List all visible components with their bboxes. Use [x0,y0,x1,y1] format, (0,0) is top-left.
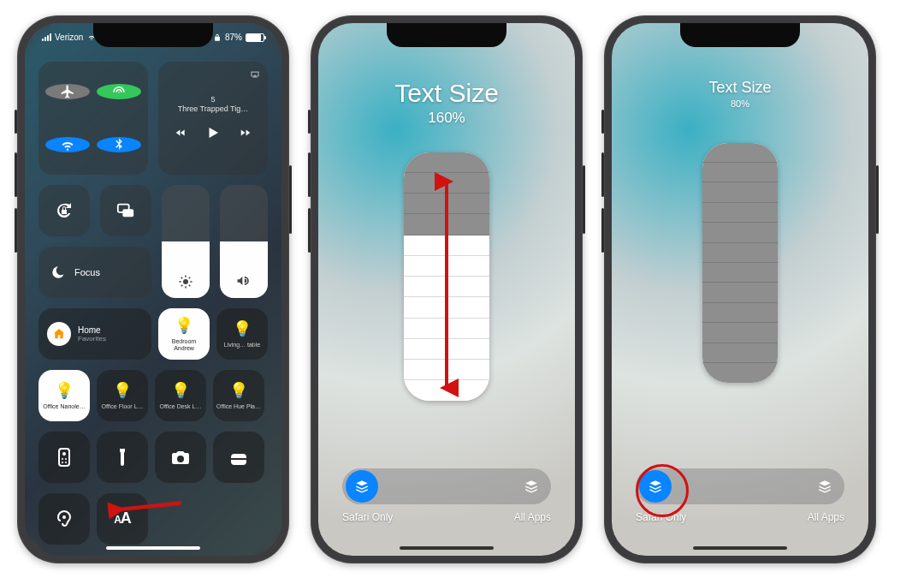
svg-point-14 [65,458,67,460]
svg-line-8 [189,284,191,286]
lightbulb-icon: 💡 [229,381,248,400]
text-size-percent: 160% [428,110,465,127]
lightbulb-icon: 💡 [171,381,190,400]
notch [680,23,800,47]
svg-point-16 [65,462,67,463]
media-line1: 5 [178,95,249,104]
phone-control-center: Verizon 87% [17,15,289,563]
lightbulb-icon: 💡 [233,319,252,338]
lightbulb-icon: 💡 [175,316,193,335]
moon-icon [50,265,66,280]
lightbulb-icon: 💡 [55,381,74,400]
bluetooth-toggle[interactable] [97,137,141,152]
forward-button[interactable] [240,127,252,139]
flashlight-button[interactable] [97,432,148,483]
screen: Text Size 80% Safari Only All Apps [612,23,868,556]
svg-line-7 [181,277,183,278]
scope-all-apps-button[interactable] [515,470,548,503]
scope-label-left: Safari Only [342,511,393,523]
scope-selector [342,468,551,504]
accessory-living[interactable]: 💡 Living… table [216,308,268,360]
stack-icon [524,479,539,494]
screen: Text Size 160% [318,23,575,556]
scope-label-right: All Apps [808,511,844,523]
stack-icon [817,479,832,494]
svg-point-2 [183,279,188,284]
rewind-button[interactable] [175,127,187,139]
scope-label-right: All Apps [514,511,551,523]
scope-safari-only-button[interactable] [346,470,378,503]
text-size-title: Text Size [394,79,499,108]
svg-point-17 [62,515,66,519]
home-subtitle: Favorites [78,335,106,343]
carrier-label: Verizon [55,33,83,42]
svg-line-9 [189,277,191,278]
wallet-button[interactable] [213,432,264,483]
cellular-data-toggle[interactable] [97,84,141,99]
home-title: Home [78,325,106,335]
notch [93,23,213,47]
notch [387,23,506,47]
camera-button[interactable] [155,432,206,483]
brightness-icon [178,274,193,289]
svg-rect-11 [59,449,69,466]
home-favorites-tile[interactable]: Home Favorites [38,308,151,360]
orientation-lock-button[interactable] [38,185,90,236]
svg-point-12 [62,452,66,456]
accessory-office-hue[interactable]: 💡 Office Hue Pla… [213,370,264,421]
airplay-icon[interactable] [249,69,261,80]
connectivity-tile [38,62,148,175]
text-size-percent: 80% [731,98,749,109]
screen-mirroring-button[interactable] [100,185,151,236]
volume-icon [235,272,252,289]
phone-text-size-80: Text Size 80% Safari Only All Apps [604,15,876,563]
focus-button[interactable]: Focus [38,247,151,298]
annotation-arrow-vertical [435,171,459,398]
svg-rect-1 [122,209,133,217]
focus-label: Focus [74,267,100,277]
airplane-mode-toggle[interactable] [45,84,90,99]
annotation-circle [636,464,689,517]
media-line2: Three Trapped Tig… [178,104,249,114]
play-button[interactable] [205,125,221,140]
svg-line-18 [117,503,181,509]
screen: Verizon 87% [25,23,281,556]
accessory-office-desk[interactable]: 💡 Office Desk L… [155,370,206,421]
accessory-office-floor[interactable]: 💡 Office Floor L… [97,370,148,421]
apple-tv-remote-button[interactable] [38,432,90,483]
text-size-slider[interactable] [702,143,778,383]
home-indicator[interactable] [400,546,494,550]
svg-line-10 [181,284,183,286]
signal-icon [42,33,51,41]
battery-icon [246,33,264,42]
lightbulb-icon: 💡 [113,381,132,400]
hearing-button[interactable] [38,493,90,545]
text-size-title: Text Size [708,79,771,97]
accessory-office-nanoleaf[interactable]: 💡 Office Nanole… [38,370,90,421]
home-indicator[interactable] [693,546,787,550]
battery-pct: 87% [225,33,242,42]
scope-all-apps-button[interactable] [808,470,841,503]
brightness-slider[interactable] [162,185,210,298]
svg-point-13 [62,458,63,460]
phone-text-size-160: Text Size 160% [311,15,583,563]
media-controls-tile[interactable]: 5 Three Trapped Tig… [158,62,268,175]
volume-slider[interactable] [220,185,268,298]
lock-icon [213,33,222,42]
stack-icon [354,479,370,494]
wifi-toggle[interactable] [45,137,90,152]
home-indicator[interactable] [106,546,200,550]
home-icon [47,322,71,346]
svg-point-15 [62,462,63,463]
accessory-bedroom[interactable]: 💡 Bedroom Andrew [158,308,210,360]
